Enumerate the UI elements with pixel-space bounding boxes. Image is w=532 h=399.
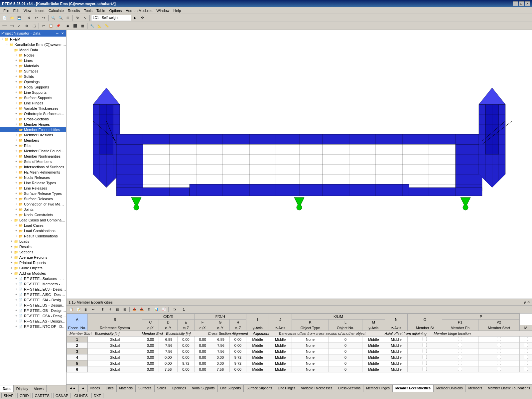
tree-expand-sections[interactable]: + [9, 250, 14, 254]
tb2-btn2[interactable]: ⟶ [9, 23, 15, 29]
rotate-btn[interactable]: ↻ [74, 15, 81, 21]
tree-expand-lines[interactable]: + [14, 59, 19, 62]
table-cell-row5-col15[interactable] [442, 360, 478, 366]
tree-item-rf-steel-aisc[interactable]: +📄RF-STEEL AISC - Design of s [0, 292, 66, 297]
tree-item-nodal-supports[interactable]: +📂Nodal Supports [0, 84, 66, 90]
tree-expand-variable-thicknesses[interactable]: + [14, 107, 19, 110]
bottom-tab-surface-supports[interactable]: Surface Supports [244, 385, 275, 392]
tree-expand-orthotropic[interactable]: + [14, 112, 19, 115]
tree-expand-rf-steel-surfaces[interactable]: + [14, 277, 19, 280]
bottom-tab-solids[interactable]: Solids [155, 385, 169, 392]
tree-item-add-on-modules[interactable]: -📁Add-on Modules [0, 271, 66, 276]
close-button[interactable]: ✕ [525, 1, 530, 6]
open-btn[interactable]: 📁 [9, 15, 15, 21]
tree-item-solids[interactable]: +📂Solids [0, 74, 66, 79]
tree-item-connection-two[interactable]: +📂Connection of Two Membe [0, 201, 66, 207]
data-table-container[interactable]: A B C/D/E F/G/H I J K/L/M N O P C [66, 314, 532, 384]
table-cell-row6-col17[interactable] [520, 366, 532, 372]
tab-nav-first[interactable]: ◄◄ [66, 385, 79, 392]
tree-item-rf-steel-ec3[interactable]: +📄RF-STEEL EC3 - Design of ste [0, 287, 66, 292]
bottom-tab-line-hinges[interactable]: Line Hinges [275, 385, 299, 392]
table-cell-row3-col16[interactable] [478, 348, 520, 354]
status-btn-grid[interactable]: GRID [17, 393, 31, 398]
tree-item-load-combinations[interactable]: +📂Load Combinations [0, 228, 66, 233]
tree-expand-guide-objects[interactable]: + [9, 266, 14, 270]
minimize-button[interactable]: ─ [513, 1, 518, 6]
tree-item-average-regions[interactable]: +📁Average Regions [0, 255, 66, 260]
tt-btn11[interactable]: ⚙ [146, 306, 152, 313]
tree-expand-modeldata[interactable]: - [9, 48, 14, 52]
tt-btn7[interactable]: ▤ [114, 306, 121, 313]
table-row[interactable]: 4Global0.000.000.000.000.009.72MiddleMid… [67, 354, 532, 360]
table-cell-row5-col17[interactable] [520, 360, 532, 366]
table-cell-row3-col15[interactable] [442, 348, 478, 354]
table-cell-row6-col16[interactable] [478, 366, 520, 372]
tree-expand-surface-supports[interactable]: + [14, 96, 19, 99]
bottom-tab-line-supports[interactable]: Line Supports [218, 385, 244, 392]
bottom-tab-cross-sections[interactable]: Cross-Sections [335, 385, 363, 392]
tree-item-rfem[interactable]: +📁RFEM [0, 37, 66, 42]
tt-btn3[interactable]: 🗑 [82, 306, 89, 313]
zoom-out-btn[interactable]: 🔍 [57, 15, 64, 21]
lc-selector[interactable] [91, 15, 131, 21]
table-cell-row2-col16[interactable] [478, 342, 520, 348]
bottom-tab-member-divisions[interactable]: Member Divisions [434, 385, 466, 392]
menu-results[interactable]: Results [66, 8, 82, 13]
tree-expand-average-regions[interactable]: + [9, 256, 14, 259]
tree-item-members[interactable]: +📂Members [0, 138, 66, 143]
menu-calculate[interactable]: Calculate [47, 8, 66, 13]
tree-item-surface-supports[interactable]: +📂Surface Supports [0, 95, 66, 100]
tree-item-sets-of-members[interactable]: +📂Sets of Members [0, 159, 66, 164]
tree-expand-connection-two[interactable]: + [14, 202, 19, 206]
nav-tab-data[interactable]: Data [0, 385, 14, 392]
bottom-tab-variable-thicknesses[interactable]: Variable Thicknesses [298, 385, 335, 392]
tree-item-line-release-types[interactable]: +📂Line Release Types [0, 180, 66, 186]
table-cell-row3-col14[interactable] [408, 348, 442, 354]
menu-view[interactable]: View [22, 8, 34, 13]
tree-expand-rf-steel-ntcdf[interactable]: + [14, 325, 19, 328]
tree-expand-openings[interactable]: + [14, 80, 19, 83]
tt-btn9[interactable]: 📤 [131, 306, 138, 313]
bottom-tab-member-hinges[interactable]: Member Hinges [363, 385, 393, 392]
tree-item-nodal-releases[interactable]: +📂Nodal Releases [0, 175, 66, 180]
tree-expand-intersections[interactable]: + [14, 165, 19, 169]
tb2-btn6[interactable]: ✂ [40, 23, 47, 29]
menu-insert[interactable]: Insert [33, 8, 47, 13]
tree-expand-surface-release-types[interactable]: + [14, 192, 19, 195]
table-cell-row4-col16[interactable] [478, 354, 520, 360]
menu-edit[interactable]: Edit [11, 8, 22, 13]
tree-item-openings[interactable]: +📂Openings [0, 79, 66, 84]
tree-expand-rf-steel-members[interactable]: + [14, 282, 19, 286]
tb2-btn14[interactable]: 📏 [103, 23, 110, 29]
tree-item-member-eccentricities[interactable]: +📂Member Eccentricities [0, 127, 66, 132]
bottom-tab-nodes[interactable]: Nodes [88, 385, 103, 392]
status-btn-glines[interactable]: GLINES [72, 393, 90, 398]
print-btn[interactable]: 🖨 [26, 15, 32, 21]
bottom-tab-nodal-supports[interactable]: Nodal Supports [189, 385, 218, 392]
tree-expand-rf-steel-bs[interactable]: + [14, 304, 19, 307]
tt-btn13[interactable]: 📈 [160, 306, 167, 313]
tree-item-results[interactable]: +📁Results [0, 244, 66, 249]
table-row[interactable]: 6Global0.007.560.000.007.560.00MiddleMid… [67, 366, 532, 372]
tree-expand-rf-steel-as[interactable]: + [14, 320, 19, 323]
tree-expand-rf-steel-aisc[interactable]: + [14, 293, 19, 296]
tree-expand-cross-sections[interactable]: + [14, 117, 19, 121]
tree-expand-load-cases-comb[interactable]: - [9, 218, 14, 222]
tree-expand-nodal-supports[interactable]: + [14, 85, 19, 89]
tree-item-rf-steel-bs[interactable]: +📄RF-STEEL BS - Design of ste [0, 303, 66, 308]
table-cell-row1-col17[interactable] [520, 336, 532, 342]
tree-item-member-hinges[interactable]: +📂Member Hinges [0, 122, 66, 127]
tb2-btn10[interactable]: ⬛ [72, 23, 78, 29]
tree-item-intersections[interactable]: +📂Intersections of Surfaces [0, 164, 66, 170]
menu-table[interactable]: Table [94, 8, 107, 13]
tree-item-member-nonlinearities[interactable]: +📂Member Nonlinearities [0, 154, 66, 159]
bottom-tab-member-elastic-foundations[interactable]: Member Elastic Foundations [485, 385, 532, 392]
tree-expand-project[interactable]: - [5, 43, 9, 46]
tree-item-line-supports[interactable]: +📂Line Supports [0, 90, 66, 95]
tree-expand-sets-of-members[interactable]: + [14, 160, 19, 163]
save-btn[interactable]: 💾 [16, 15, 23, 21]
tree-item-load-cases-comb[interactable]: -📁Load Cases and Combinations [0, 217, 66, 223]
tree-item-ribs[interactable]: +📂Ribs [0, 143, 66, 148]
tree-expand-rf-steel-ec3[interactable]: + [14, 288, 19, 291]
tree-expand-nodal-constraints[interactable]: + [14, 213, 19, 216]
